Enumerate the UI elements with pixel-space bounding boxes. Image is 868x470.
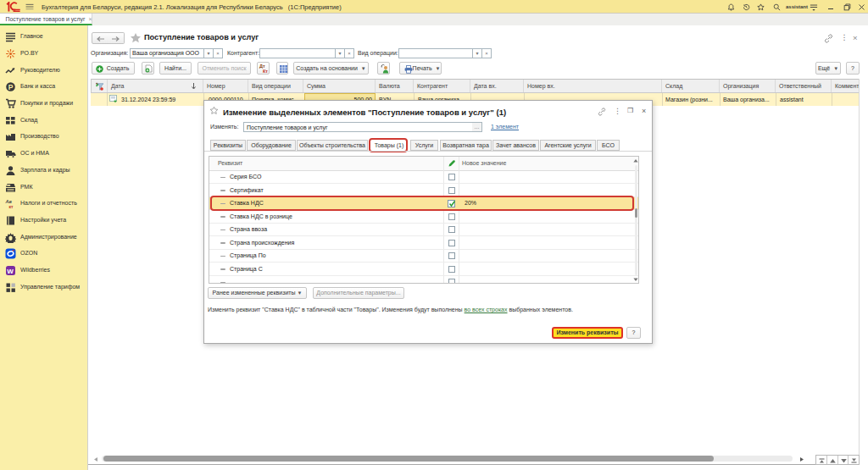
svg-text:W: W	[7, 268, 14, 275]
svg-text:P: P	[8, 83, 14, 91]
svg-text:кт: кт	[9, 204, 14, 209]
